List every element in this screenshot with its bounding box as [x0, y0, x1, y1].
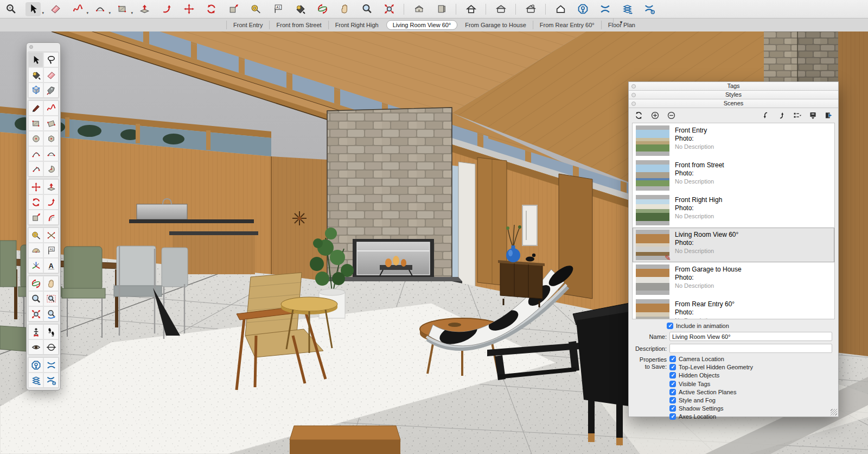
tray-collapse-dot[interactable]	[631, 102, 636, 106]
tag-tool[interactable]	[43, 83, 59, 98]
property-checkbox[interactable]	[669, 364, 676, 370]
zoom-extents-tool[interactable]	[381, 2, 397, 16]
extension-shield-button[interactable]	[575, 2, 590, 16]
house-outline-button[interactable]	[463, 2, 478, 16]
add-scene-button[interactable]	[649, 110, 660, 121]
rectangle-tool[interactable]	[28, 116, 43, 131]
move-scene-down-button[interactable]	[760, 110, 771, 121]
extension-x-gear-tool[interactable]	[43, 373, 59, 388]
scale-tool[interactable]	[28, 210, 43, 225]
paint-bucket-tool[interactable]	[292, 2, 308, 16]
scene-tab[interactable]: Front Right High	[328, 21, 385, 29]
panel-resize-grip[interactable]	[831, 409, 837, 415]
extension-x-button[interactable]	[597, 2, 612, 16]
camera-target-tool[interactable]	[43, 339, 59, 355]
house-tray-button[interactable]	[493, 2, 508, 16]
zoom-extents-tool[interactable]	[28, 306, 43, 321]
tray-tab-tags[interactable]: Tags	[629, 82, 838, 91]
house-tray-knob-button[interactable]	[523, 2, 538, 16]
scene-description-input[interactable]	[669, 344, 832, 353]
property-checkbox[interactable]	[669, 356, 676, 362]
polygon-tool[interactable]	[43, 131, 59, 146]
property-checkbox[interactable]	[669, 372, 676, 379]
scene-list-item[interactable]: ✎ From Garage to House Photo: No Descrip…	[633, 262, 834, 297]
zoom-window-tool[interactable]	[43, 291, 59, 306]
previous-view-tool[interactable]	[43, 306, 59, 321]
property-checkbox[interactable]	[669, 405, 676, 412]
remove-scene-button[interactable]	[666, 110, 676, 121]
lasso-tool[interactable]	[43, 52, 59, 67]
component-tool[interactable]	[28, 83, 43, 98]
extension-x-tool[interactable]	[43, 357, 59, 373]
property-checkbox[interactable]	[669, 397, 676, 403]
paint-bucket-tool[interactable]	[28, 67, 43, 83]
protractor-tool[interactable]	[28, 243, 43, 258]
scene-tab[interactable]: Front Entry	[226, 21, 269, 29]
zoom-tool[interactable]	[359, 2, 374, 16]
pushpull-tool[interactable]	[43, 179, 59, 194]
move-tool[interactable]	[28, 179, 43, 194]
rotate-tool[interactable]	[203, 2, 219, 16]
palette-close-dot[interactable]	[29, 45, 33, 49]
iso-house-button[interactable]	[411, 2, 426, 16]
extension-x-gear-button[interactable]	[642, 2, 657, 16]
house-plain-button[interactable]	[553, 2, 568, 16]
property-checkbox[interactable]	[669, 389, 676, 395]
axes-tool[interactable]	[28, 258, 43, 273]
orbit-tool[interactable]	[315, 2, 330, 16]
component-box-button[interactable]	[433, 2, 449, 16]
followme-tool[interactable]	[43, 194, 59, 210]
search-tool[interactable]	[3, 2, 18, 16]
rectangle-tool[interactable]: ▾	[114, 2, 130, 16]
tray-collapse-dot[interactable]	[631, 93, 636, 97]
select-tool[interactable]	[28, 52, 43, 67]
dimension-tool[interactable]	[43, 228, 59, 243]
move-scene-up-button[interactable]	[776, 110, 787, 121]
tray-collapse-dot[interactable]	[631, 84, 636, 89]
text-tool[interactable]	[270, 2, 285, 16]
extension-shield-tool[interactable]	[28, 357, 43, 373]
arc-tool[interactable]: ▾	[92, 2, 107, 16]
eraser-tool[interactable]	[48, 2, 63, 16]
extension-layers-tool[interactable]	[28, 373, 43, 388]
scene-tab[interactable]: From Garage to House	[458, 21, 533, 29]
scene-list-item[interactable]: ✎ Front Entry Photo: No Description	[633, 123, 834, 158]
arc-tool[interactable]	[28, 146, 43, 161]
tape-measure-tool[interactable]	[248, 2, 263, 16]
rotated-rectangle-tool[interactable]	[43, 116, 59, 131]
extension-layers-button[interactable]	[620, 2, 635, 16]
select-tool[interactable]: ▾	[25, 2, 41, 16]
scene-tabs-overflow-button[interactable]: ▼	[613, 18, 629, 26]
walk-tool[interactable]	[43, 324, 59, 339]
scene-list-item[interactable]: ✎ From Rear Entry 60° Photo: No Descript…	[633, 297, 834, 319]
scene-list-item[interactable]: ✎ Front from Street Photo: No Descriptio…	[633, 158, 834, 193]
tray-tab-scenes[interactable]: Scenes	[629, 99, 838, 108]
scene-tab[interactable]: From Rear Entry 60°	[533, 21, 601, 29]
look-around-tool[interactable]	[28, 339, 43, 355]
tape-measure-tool[interactable]	[28, 228, 43, 243]
expand-details-button[interactable]	[823, 110, 834, 121]
scene-tab[interactable]: Front from Street	[270, 21, 328, 29]
scene-list-item[interactable]: ✎ Living Room View 60° Photo: No Descrip…	[633, 228, 834, 262]
text-tool[interactable]	[43, 243, 59, 258]
pushpull-tool[interactable]	[137, 2, 152, 16]
circle-tool[interactable]	[28, 131, 43, 146]
property-checkbox[interactable]	[669, 413, 676, 420]
property-checkbox[interactable]	[669, 381, 676, 387]
view-options-button[interactable]	[792, 110, 802, 121]
pan-tool[interactable]	[337, 2, 352, 16]
position-camera-tool[interactable]	[28, 324, 43, 339]
line-tool[interactable]	[28, 100, 43, 116]
offset-tool[interactable]	[43, 210, 59, 225]
tray-tab-styles[interactable]: Styles	[629, 91, 838, 99]
3d-text-tool[interactable]	[43, 258, 59, 273]
pie-tool[interactable]	[43, 161, 59, 176]
pan-tool[interactable]	[43, 276, 59, 291]
include-in-animation-checkbox[interactable]	[667, 323, 673, 329]
scene-name-input[interactable]	[669, 332, 832, 341]
scene-list-item[interactable]: ✎ Front Right High Photo: No Description	[633, 193, 834, 228]
rotate-tool[interactable]	[28, 194, 43, 210]
followme-tool[interactable]	[159, 2, 174, 16]
orbit-tool[interactable]	[28, 276, 43, 291]
three-point-arc-tool[interactable]	[28, 161, 43, 176]
